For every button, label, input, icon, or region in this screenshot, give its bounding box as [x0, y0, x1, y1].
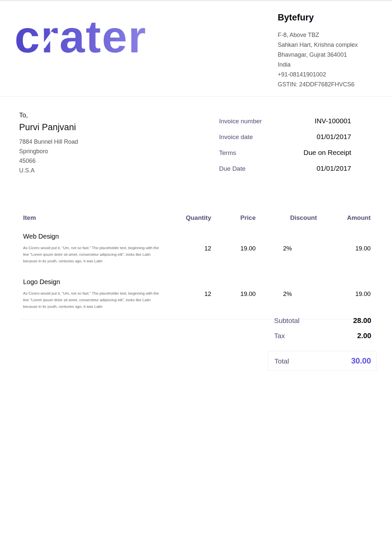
- item-amount: 19.00: [317, 278, 371, 298]
- total-label: Total: [274, 357, 289, 365]
- item-name: Web Design: [23, 233, 171, 240]
- bill-to-label: To,: [19, 111, 138, 119]
- column-header-amount: Amount: [317, 214, 371, 221]
- invoice-number-value: INV-100001: [315, 116, 351, 126]
- item-price: 19.00: [211, 278, 256, 298]
- item-amount: 19.00: [317, 233, 371, 252]
- item-price: 19.00: [211, 233, 256, 252]
- items-table-header: Item Quantity Price Discount Amount: [23, 214, 371, 221]
- terms-label: Terms: [219, 148, 236, 158]
- invoice-date-label: Invoice date: [219, 132, 253, 142]
- tax-row: Tax 2.00: [268, 331, 377, 341]
- totals-section: Subtotal 28.00 Tax 2.00 Total 30.00: [268, 316, 377, 371]
- tax-label: Tax: [274, 331, 285, 341]
- customer-address-line: Springboro: [19, 147, 138, 156]
- invoice-date-row: Invoice date 01/01/2017: [219, 132, 351, 142]
- total-value: 30.00: [351, 356, 371, 365]
- items-table: Item Quantity Price Discount Amount Web …: [23, 214, 371, 319]
- table-row: Web Design As Cicero would put it, “Um, …: [23, 233, 371, 264]
- crater-logo: crater: [14, 12, 166, 68]
- subtotal-row: Subtotal 28.00: [268, 316, 377, 326]
- subtotal-label: Subtotal: [274, 316, 299, 326]
- customer-address-line: 45066: [19, 156, 138, 166]
- item-name: Logo Design: [23, 278, 171, 286]
- column-header-price: Price: [211, 214, 256, 221]
- terms-value: Due on Receipt: [303, 148, 351, 157]
- company-phone: +91-08141901002: [278, 70, 377, 79]
- customer-address-line: U.S.A: [19, 166, 138, 175]
- customer-name: Purvi Panjvani: [19, 122, 138, 132]
- due-date-label: Due Date: [219, 164, 245, 173]
- invoice-document: crater Bytefury F-8, Above TBZ Sahkari H…: [0, 0, 392, 555]
- invoice-number-row: Invoice number INV-100001: [219, 116, 351, 126]
- terms-row: Terms Due on Receipt: [219, 148, 351, 158]
- tax-value: 2.00: [357, 332, 371, 340]
- item-quantity: 12: [171, 278, 211, 298]
- customer-address-line: 7884 Bunnel Hill Road: [19, 137, 138, 147]
- company-address-line: F-8, Above TBZ: [278, 30, 377, 40]
- due-date-row: Due Date 01/01/2017: [219, 163, 351, 173]
- total-box: Total 30.00: [268, 351, 377, 371]
- company-info: Bytefury F-8, Above TBZ Sahkari Hart, Kr…: [278, 13, 377, 89]
- item-description: As Cicero would put it, “Um, not so fast…: [23, 290, 163, 310]
- table-row: Logo Design As Cicero would put it, “Um,…: [23, 278, 371, 310]
- company-gstin: GSTIN: 24DDF7682FHVCS6: [278, 79, 377, 89]
- company-name: Bytefury: [278, 13, 377, 23]
- due-date-value: 01/01/2017: [317, 163, 351, 173]
- header-divider: [0, 96, 392, 97]
- logo-slash-icon: [148, 42, 161, 59]
- item-quantity: 12: [171, 233, 211, 252]
- item-discount: 2%: [256, 233, 317, 252]
- invoice-meta: Invoice number INV-100001 Invoice date 0…: [219, 116, 351, 179]
- window-top-edge: [0, 0, 392, 1]
- bill-to-section: To, Purvi Panjvani 7884 Bunnel Hill Road…: [19, 111, 138, 175]
- column-header-quantity: Quantity: [171, 214, 211, 221]
- invoice-date-value: 01/01/2017: [317, 132, 351, 141]
- company-address-line: India: [278, 60, 377, 70]
- invoice-number-label: Invoice number: [219, 116, 262, 126]
- company-address-line: Sahkari Hart, Krishna complex: [278, 40, 377, 50]
- subtotal-value: 28.00: [353, 316, 371, 325]
- column-header-item: Item: [23, 214, 171, 221]
- company-address-line: Bhavnagar, Gujrat 364001: [278, 50, 377, 60]
- column-header-discount: Discount: [256, 214, 317, 221]
- customer-address: 7884 Bunnel Hill Road Springboro 45066 U…: [19, 137, 138, 175]
- item-discount: 2%: [256, 278, 317, 298]
- item-description: As Cicero would put it, “Um, not so fast…: [23, 245, 163, 264]
- company-address: F-8, Above TBZ Sahkari Hart, Krishna com…: [278, 30, 377, 89]
